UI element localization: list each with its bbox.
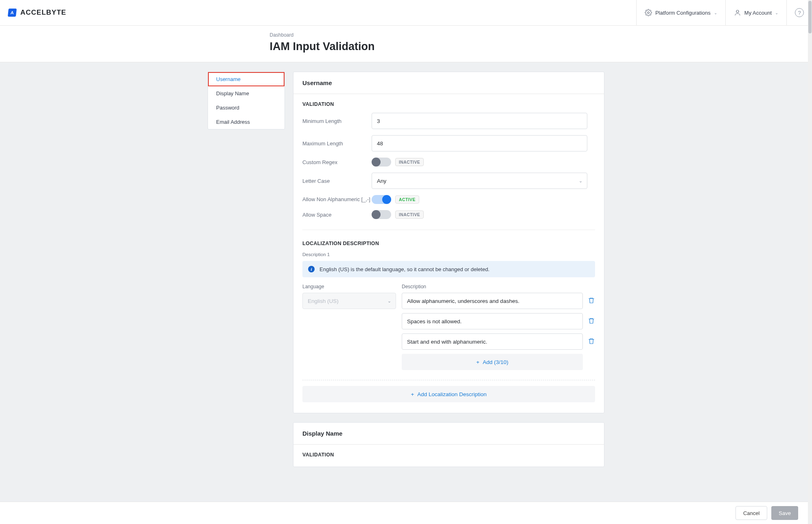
footer-bar: Cancel Save [0,502,808,524]
platform-config-label: Platform Configurations [655,10,711,16]
allow-space-label: Allow Space [302,212,372,218]
card-username: Username VALIDATION Minimum Length Maxim… [293,72,604,413]
description-input-2[interactable] [402,313,583,329]
topbar-right: Platform Configurations ⌄ My Account ⌄ ? [636,0,812,25]
allow-non-alnum-state: ACTIVE [395,195,419,204]
my-account-label: My Account [744,10,772,16]
delete-description-2[interactable] [588,317,595,326]
language-label: Language [302,284,396,289]
svg-point-0 [648,12,650,14]
topbar: A ACCELBYTE Platform Configurations ⌄ My… [0,0,812,26]
add-localization-button[interactable]: + Add Localization Description [302,386,595,402]
sidenav-item-label: Password [216,105,239,111]
card-title: Username [293,72,604,94]
info-banner: i English (US) is the default language, … [302,261,595,277]
sidenav-item-username[interactable]: Username [208,72,285,86]
allow-non-alnum-toggle[interactable] [372,195,391,204]
brand-name: ACCELBYTE [20,9,66,17]
body: Username Display Name Password Email Add… [0,62,812,521]
brand: A ACCELBYTE [8,9,66,17]
platform-config-menu[interactable]: Platform Configurations ⌄ [636,0,725,25]
custom-regex-label: Custom Regex [302,159,372,165]
page-head: Dashboard IAM Input Validation [0,26,812,62]
allow-space-toggle[interactable] [372,210,391,219]
add-localization-label: Add Localization Description [417,391,486,397]
sidenav-item-password[interactable]: Password [208,101,285,115]
trash-icon [588,338,595,345]
language-select: English (US) [302,293,396,309]
description-label: Description [402,284,595,289]
card-display-name: Display Name VALIDATION [293,422,604,467]
letter-case-label: Letter Case [302,178,372,184]
delete-description-1[interactable] [588,297,595,305]
validation-heading: VALIDATION [302,101,595,107]
scrollbar-thumb[interactable] [808,1,812,33]
gear-icon [645,9,652,16]
sidenav-item-label: Username [216,76,241,82]
chevron-down-icon: ⌄ [714,11,717,15]
validation-heading: VALIDATION [302,452,595,458]
description-input-1[interactable] [402,293,583,309]
info-icon: i [308,266,315,272]
min-length-label: Minimum Length [302,118,372,124]
sidenav-item-label: Display Name [216,90,249,96]
localization-heading: LOCALIZATION DESCRIPTION [302,241,595,246]
delete-description-3[interactable] [588,338,595,346]
help-icon: ? [795,8,804,17]
letter-case-select[interactable]: Any [372,173,587,189]
localization-subheading: Description 1 [302,252,595,257]
add-line-label: Add (3/10) [483,359,508,365]
plus-icon: + [411,391,414,397]
sidenav-item-display-name[interactable]: Display Name [208,86,285,101]
cancel-button[interactable]: Cancel [735,506,767,520]
breadcrumb[interactable]: Dashboard [270,32,610,38]
my-account-menu[interactable]: My Account ⌄ [725,0,786,25]
user-icon [734,9,741,16]
sidenav-item-email[interactable]: Email Address [208,115,285,129]
chevron-down-icon: ⌄ [775,11,778,15]
add-description-line[interactable]: + Add (3/10) [402,354,583,370]
allow-non-alnum-label: Allow Non Alphanumeric [_,-] [302,196,372,203]
max-length-input[interactable] [372,135,587,151]
card-title: Display Name [293,423,604,445]
scrollbar[interactable] [808,0,812,524]
trash-icon [588,297,595,304]
brand-logo-icon: A [8,9,17,17]
trash-icon [588,317,595,324]
description-input-3[interactable] [402,333,583,350]
sidenav: Username Display Name Password Email Add… [208,72,285,129]
page-title: IAM Input Validation [270,40,610,53]
custom-regex-state: INACTIVE [395,158,424,166]
sidenav-item-label: Email Address [216,119,250,125]
plus-icon: + [476,359,479,365]
min-length-input[interactable] [372,113,587,129]
info-text: English (US) is the default language, so… [320,266,490,272]
save-button[interactable]: Save [771,506,798,520]
svg-point-1 [736,10,739,13]
allow-space-state: INACTIVE [395,210,424,219]
custom-regex-toggle[interactable] [372,158,391,167]
max-length-label: Maximum Length [302,140,372,147]
